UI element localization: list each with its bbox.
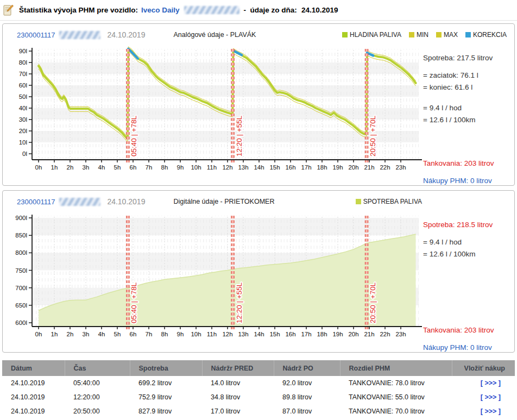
svg-text:90l: 90l — [19, 48, 27, 54]
svg-text:10h: 10h — [191, 164, 201, 171]
table-cell: 34.8 litrov — [202, 390, 274, 404]
insert-purchase-link[interactable]: [ >>> ] — [481, 393, 501, 401]
analog-tankovania: Tankovania: 203 litrov — [423, 158, 510, 170]
svg-text:13h: 13h — [238, 164, 248, 171]
analog-chart-date: 24.10.2019 — [107, 30, 145, 39]
svg-text:70l: 70l — [19, 71, 27, 77]
svg-text:20:50 | +70L: 20:50 | +70L — [369, 282, 377, 323]
min-swatch — [409, 32, 414, 37]
svg-text:17h: 17h — [301, 331, 311, 337]
svg-text:11h: 11h — [207, 331, 217, 337]
analog-chart-area: 05:40 | +78L12:20 | +55L20:50 | +70L0l10… — [5, 45, 428, 179]
svg-text:21h: 21h — [364, 164, 374, 171]
refuel-table-body: 24.10.201905:40:00699.2 litrov14.0 litro… — [2, 376, 515, 418]
digital-legend: SPOTREBA PALIVA — [356, 198, 422, 205]
digital-per-100km: = 12.6 l / 100km — [423, 248, 510, 260]
table-cell: TANKOVANIE: 78.0 litrov — [340, 376, 452, 390]
digital-nakupy: Nákupy PHM: 0 litrov — [423, 342, 510, 354]
insert-purchase-cell[interactable]: [ >>> ] — [452, 390, 515, 404]
table-cell: 699.2 litrov — [130, 376, 202, 390]
analog-chart-panel: 2300001117 24.10.2019 Analógové údaje - … — [2, 23, 515, 186]
column-header: Nádrž PO — [274, 360, 340, 376]
insert-purchase-link[interactable]: [ >>> ] — [481, 408, 501, 415]
insert-purchase-cell[interactable]: [ >>> ] — [452, 376, 515, 390]
svg-text:5h: 5h — [114, 164, 121, 171]
max-swatch — [436, 32, 442, 37]
svg-text:05:40 | +78L: 05:40 | +78L — [130, 115, 138, 156]
svg-text:850l: 850l — [15, 232, 27, 239]
digital-per-hour: = 9.4 l / hod — [423, 236, 510, 248]
unit-id-link[interactable]: 2300001117 — [17, 198, 55, 206]
vehicle-name-link[interactable]: Iveco Daily — [141, 6, 180, 14]
svg-text:800l: 800l — [15, 249, 27, 256]
table-cell: 752.9 litrov — [130, 390, 202, 404]
table-cell: 12:20:00 — [65, 390, 130, 404]
digital-chart: 05:40 | +78L12:20 | +55L20:50 | +70L600l… — [5, 211, 428, 346]
svg-text:2h: 2h — [67, 331, 74, 337]
redacted-vehicle-plate — [184, 6, 239, 14]
analog-panel-header: 2300001117 24.10.2019 Analógové údaje - … — [3, 24, 514, 40]
edit-note-icon — [3, 4, 14, 16]
analog-per-hour: = 9.4 l / hod — [423, 102, 510, 114]
svg-text:1h: 1h — [51, 164, 58, 171]
svg-text:900l: 900l — [15, 215, 27, 221]
legend-item: KOREKCIA — [465, 31, 507, 39]
unit-id-link[interactable]: 2300001117 — [17, 31, 55, 39]
svg-text:18h: 18h — [317, 331, 327, 337]
svg-text:05:40 | +78L: 05:40 | +78L — [130, 282, 138, 323]
svg-text:700l: 700l — [15, 285, 27, 291]
digital-spotreba: Spotreba: 218.5 litrov — [423, 219, 510, 231]
table-row: 24.10.201912:20:00752.9 litrov34.8 litro… — [2, 390, 515, 404]
legend-item: HLADINA PALIVA — [342, 31, 401, 39]
svg-text:6h: 6h — [130, 331, 137, 337]
page-subtitle: - údaje zo dňa: — [244, 6, 297, 14]
svg-text:60l: 60l — [19, 82, 27, 89]
svg-text:2h: 2h — [67, 164, 74, 171]
svg-text:7h: 7h — [146, 331, 153, 337]
legend-label: HLADINA PALIVA — [350, 31, 401, 39]
svg-text:22h: 22h — [380, 331, 390, 337]
legend-item: MIN — [409, 31, 428, 39]
svg-text:0h: 0h — [35, 164, 42, 171]
table-cell: 24.10.2019 — [2, 390, 65, 404]
analog-chart: 05:40 | +78L12:20 | +55L20:50 | +70L0l10… — [5, 45, 428, 179]
svg-text:15h: 15h — [269, 331, 280, 337]
svg-text:19h: 19h — [332, 331, 343, 337]
svg-text:20:50 | +70L: 20:50 | +70L — [369, 115, 377, 156]
column-header: Dátum — [2, 360, 65, 376]
legend-label: SPOTREBA PALIVA — [363, 198, 422, 205]
table-cell: 24.10.2019 — [2, 404, 65, 418]
svg-text:10h: 10h — [191, 331, 201, 337]
svg-text:14h: 14h — [254, 164, 264, 171]
svg-text:9h: 9h — [177, 331, 184, 337]
analog-chart-title: Analógové údaje - PLAVÁK — [173, 31, 256, 39]
digital-info-panel: Spotreba: 218.5 litrov = 9.4 l / hod = 1… — [423, 219, 510, 354]
column-header: Rozdiel PHM — [340, 360, 452, 376]
svg-text:12:20 | +55L: 12:20 | +55L — [235, 115, 243, 156]
svg-text:20l: 20l — [19, 128, 27, 134]
insert-purchase-cell[interactable]: [ >>> ] — [452, 404, 515, 418]
svg-text:0h: 0h — [35, 331, 42, 337]
svg-text:80l: 80l — [19, 59, 27, 66]
analog-spotreba: Spotreba: 217.5 litrov — [423, 52, 510, 64]
fuel-statistics-page: Štatistika vývoja PHM pre vozidlo: Iveco… — [0, 0, 517, 420]
table-cell: 05:40:00 — [65, 376, 130, 390]
refuel-table: DátumČasSpotrebaNádržr PREDNádrž PORozdi… — [2, 360, 515, 418]
table-row: 24.10.201920:50:00827.9 litrov17.0 litro… — [2, 404, 515, 418]
svg-text:3h: 3h — [83, 331, 90, 337]
svg-text:3h: 3h — [83, 164, 90, 171]
digital-tankovania: Tankovania: 203 litrov — [423, 324, 510, 336]
table-cell: 14.0 litrov — [202, 376, 274, 390]
svg-text:15h: 15h — [269, 164, 280, 171]
insert-purchase-link[interactable]: [ >>> ] — [481, 379, 501, 387]
table-cell: 87.0 litrov — [274, 404, 340, 418]
svg-text:4h: 4h — [98, 164, 105, 171]
refuel-table-header: DátumČasSpotrebaNádržr PREDNádrž PORozdi… — [2, 360, 515, 376]
table-cell: 20:50:00 — [65, 404, 130, 418]
spotreba-paliva-swatch — [356, 199, 361, 204]
svg-text:8h: 8h — [161, 331, 168, 337]
digital-chart-panel: 2300001117 24.10.2019 Digitálne údaje - … — [2, 190, 515, 353]
analog-end: = koniec: 61.6 l — [423, 82, 510, 93]
digital-chart-date: 24.10.2019 — [107, 197, 145, 206]
table-cell: TANKOVANIE: 70.0 litrov — [340, 404, 452, 418]
